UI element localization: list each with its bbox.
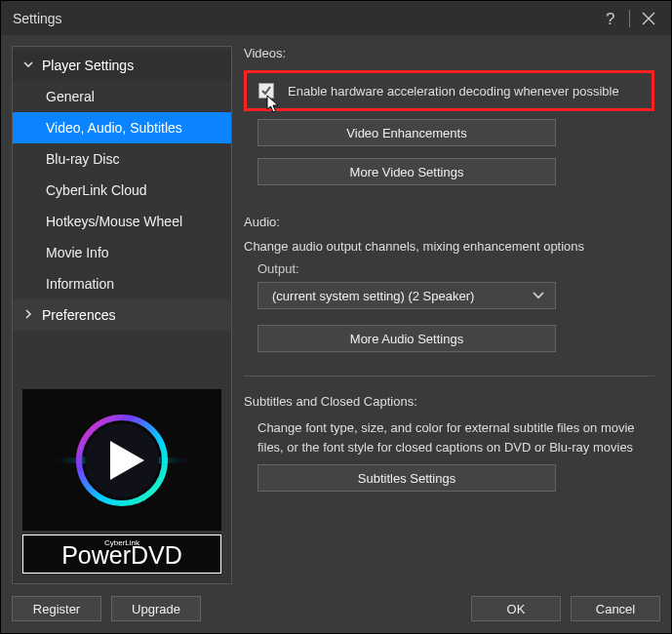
window-controls: ? (600, 8, 659, 29)
button-label: Upgrade (132, 602, 180, 616)
subtitles-description: Change font type, size, and color for ex… (257, 418, 654, 456)
close-button[interactable] (638, 8, 659, 29)
output-label: Output: (257, 261, 654, 276)
button-label: More Audio Settings (350, 332, 463, 346)
help-button[interactable]: ? (600, 8, 621, 29)
button-label: Subtitles Settings (358, 471, 455, 486)
brand-product: PowerDVD (61, 541, 182, 570)
tree-group-label: Player Settings (42, 58, 134, 73)
button-label: Video Enhancements (346, 126, 466, 140)
cancel-button[interactable]: Cancel (571, 596, 660, 621)
tree-group-preferences[interactable]: Preferences (13, 299, 231, 331)
tree-item-video-audio-subtitles[interactable]: Video, Audio, Subtitles (13, 112, 231, 143)
tree-item-label: Movie Info (46, 245, 109, 260)
select-value: (current system setting) (2 Speaker) (272, 289, 474, 303)
button-label: OK (507, 602, 526, 616)
tree-item-cyberlink-cloud[interactable]: CyberLink Cloud (13, 175, 231, 206)
more-audio-settings-button[interactable]: More Audio Settings (257, 325, 556, 352)
audio-description: Change audio output channels, mixing enh… (244, 239, 654, 254)
section-divider (244, 376, 654, 376)
tree-item-label: Video, Audio, Subtitles (46, 120, 182, 136)
title-bar: Settings ? (1, 1, 671, 35)
tree-item-label: General (46, 89, 95, 104)
button-label: Cancel (596, 602, 635, 616)
brand-zone: CyberLink PowerDVD (13, 381, 231, 583)
button-label: Register (33, 602, 80, 616)
tree-item-movie-info[interactable]: Movie Info (13, 237, 231, 268)
tree-item-label: Information (46, 276, 114, 292)
chevron-right-icon (22, 307, 34, 323)
svg-text:?: ? (606, 10, 614, 27)
audio-output-select[interactable]: (current system setting) (2 Speaker) (257, 282, 556, 309)
chevron-down-icon (532, 291, 545, 300)
subtitles-settings-button[interactable]: Subtitles Settings (257, 464, 556, 492)
hw-accel-label: Enable hardware acceleration decoding wh… (288, 84, 619, 99)
subtitles-heading: Subtitles and Closed Captions: (244, 394, 654, 409)
sidebar: Player Settings General Video, Audio, Su… (12, 46, 232, 584)
tree-item-label: Hotkeys/Mouse Wheel (46, 214, 182, 229)
brand-name-box: CyberLink PowerDVD (22, 535, 221, 574)
hw-accel-checkbox[interactable] (258, 83, 274, 99)
tree-group-player-settings[interactable]: Player Settings (13, 50, 231, 81)
tree-item-label: Blu-ray Disc (46, 151, 119, 167)
chevron-down-icon (22, 58, 34, 73)
settings-content: Videos: Enable hardware acceleration dec… (244, 46, 660, 584)
tree-item-information[interactable]: Information (13, 268, 231, 299)
more-video-settings-button[interactable]: More Video Settings (257, 158, 556, 185)
brand-logo (22, 389, 221, 531)
settings-tree: Player Settings General Video, Audio, Su… (13, 47, 231, 334)
register-button[interactable]: Register (12, 596, 101, 621)
tree-item-hotkeys-mouse-wheel[interactable]: Hotkeys/Mouse Wheel (13, 206, 231, 237)
hw-accel-highlight: Enable hardware acceleration decoding wh… (244, 70, 654, 111)
tree-item-general[interactable]: General (13, 81, 231, 112)
main-area: Player Settings General Video, Audio, Su… (1, 35, 671, 584)
audio-heading: Audio: (244, 215, 654, 229)
button-label: More Video Settings (350, 165, 464, 179)
video-enhancements-button[interactable]: Video Enhancements (257, 119, 556, 146)
ok-button[interactable]: OK (471, 596, 561, 621)
footer-bar: Register Upgrade OK Cancel (1, 584, 671, 633)
window-title: Settings (13, 11, 62, 26)
upgrade-button[interactable]: Upgrade (111, 596, 201, 621)
titlebar-divider (629, 10, 630, 27)
tree-item-bluray-disc[interactable]: Blu-ray Disc (13, 143, 231, 175)
tree-item-label: CyberLink Cloud (46, 182, 147, 198)
tree-group-label: Preferences (42, 307, 115, 323)
videos-heading: Videos: (244, 46, 654, 60)
